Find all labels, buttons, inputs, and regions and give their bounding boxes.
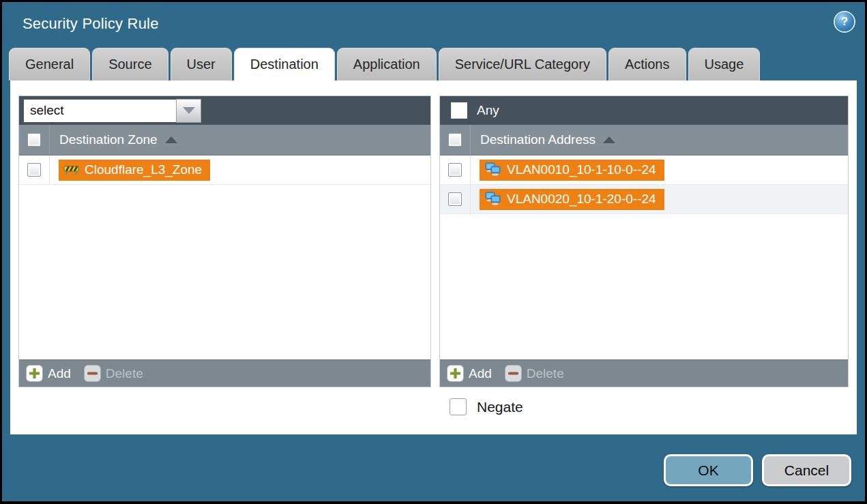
- help-icon[interactable]: ?: [835, 12, 854, 31]
- add-label: Add: [48, 366, 71, 381]
- add-address-button[interactable]: Add: [447, 366, 492, 381]
- dialog-title: Security Policy Rule: [23, 15, 159, 33]
- tab-destination[interactable]: Destination: [234, 48, 335, 80]
- tab-general[interactable]: General: [9, 48, 90, 80]
- tab-service-url-category[interactable]: Service/URL Category: [439, 48, 606, 80]
- row-checkbox[interactable]: [448, 192, 462, 206]
- add-zone-button[interactable]: Add: [27, 366, 71, 381]
- sort-ascending-icon: [603, 136, 615, 143]
- plus-icon: [27, 366, 42, 381]
- security-policy-rule-dialog: Security Policy Rule ? General Source Us…: [2, 2, 865, 501]
- address-column-header[interactable]: Destination Address: [440, 125, 848, 155]
- any-label: Any: [477, 103, 499, 118]
- address-icon: [484, 192, 501, 206]
- cancel-button[interactable]: Cancel: [762, 454, 851, 486]
- destination-zone-panel: Destination Zone: [18, 95, 431, 387]
- negate-label: Negate: [477, 399, 523, 415]
- row-checkbox[interactable]: [27, 163, 41, 177]
- zone-select-dropdown-button[interactable]: [176, 99, 201, 123]
- negate-checkbox[interactable]: [450, 398, 467, 415]
- title-bar: Security Policy Rule ?: [2, 2, 865, 48]
- row-checkbox-cell: [440, 155, 471, 184]
- dialog-action-buttons: OK Cancel: [664, 454, 851, 486]
- address-list: VLAN0010_10-1-10-0--24: [440, 155, 848, 359]
- add-label: Add: [469, 366, 492, 381]
- address-chip[interactable]: VLAN0020_10-1-20-0--24: [480, 189, 664, 210]
- zone-icon: [63, 164, 79, 175]
- tab-actions[interactable]: Actions: [608, 48, 686, 80]
- table-row[interactable]: Cloudflare_L3_Zone: [19, 155, 430, 185]
- zone-panel-toolbar: [19, 96, 430, 125]
- tab-usage[interactable]: Usage: [688, 48, 761, 80]
- delete-label: Delete: [106, 366, 143, 381]
- address-select-all-cell: [440, 125, 471, 155]
- address-panel-footer: Add Delete: [440, 359, 848, 387]
- address-select-all-checkbox[interactable]: [448, 133, 462, 147]
- tab-bar: General Source User Destination Applicat…: [2, 48, 865, 80]
- zone-panel-footer: Add Delete: [19, 359, 430, 387]
- address-name: VLAN0020_10-1-20-0--24: [507, 192, 656, 207]
- zone-select-input[interactable]: [23, 99, 176, 123]
- plus-icon: [447, 366, 463, 381]
- zone-column-header[interactable]: Destination Zone: [19, 125, 430, 155]
- zone-name: Cloudflare_L3_Zone: [85, 162, 202, 177]
- table-row[interactable]: VLAN0020_10-1-20-0--24: [440, 185, 848, 214]
- tab-user[interactable]: User: [171, 48, 232, 80]
- chevron-down-icon: [183, 107, 195, 114]
- address-column-label: Destination Address: [480, 132, 596, 147]
- minus-icon: [85, 366, 100, 381]
- zone-select-all-checkbox[interactable]: [27, 133, 41, 147]
- destination-tab-content: Destination Zone: [10, 80, 857, 434]
- zone-select-all-cell: [19, 125, 50, 155]
- sort-ascending-icon: [165, 136, 177, 143]
- address-icon: [484, 162, 501, 177]
- row-checkbox-cell: [19, 155, 50, 184]
- zone-chip[interactable]: Cloudflare_L3_Zone: [59, 160, 210, 181]
- tab-application[interactable]: Application: [337, 48, 437, 80]
- row-checkbox[interactable]: [448, 163, 462, 177]
- delete-zone-button[interactable]: Delete: [85, 366, 143, 381]
- address-chip[interactable]: VLAN0010_10-1-10-0--24: [480, 160, 664, 181]
- destination-address-panel: Any Destination Address: [439, 95, 849, 387]
- row-checkbox-cell: [440, 185, 471, 213]
- zone-list: Cloudflare_L3_Zone: [19, 155, 430, 359]
- address-panel-toolbar: Any: [440, 96, 848, 125]
- delete-address-button[interactable]: Delete: [505, 366, 564, 381]
- any-checkbox[interactable]: [451, 102, 467, 119]
- table-row[interactable]: VLAN0010_10-1-10-0--24: [440, 155, 848, 185]
- minus-icon: [505, 366, 521, 381]
- ok-button[interactable]: OK: [664, 454, 753, 486]
- zone-column-label: Destination Zone: [59, 132, 158, 147]
- delete-label: Delete: [527, 366, 564, 381]
- negate-option: Negate: [450, 398, 523, 415]
- tab-source[interactable]: Source: [92, 48, 168, 80]
- address-name: VLAN0010_10-1-10-0--24: [507, 162, 656, 177]
- zone-select-dropdown[interactable]: [23, 99, 201, 123]
